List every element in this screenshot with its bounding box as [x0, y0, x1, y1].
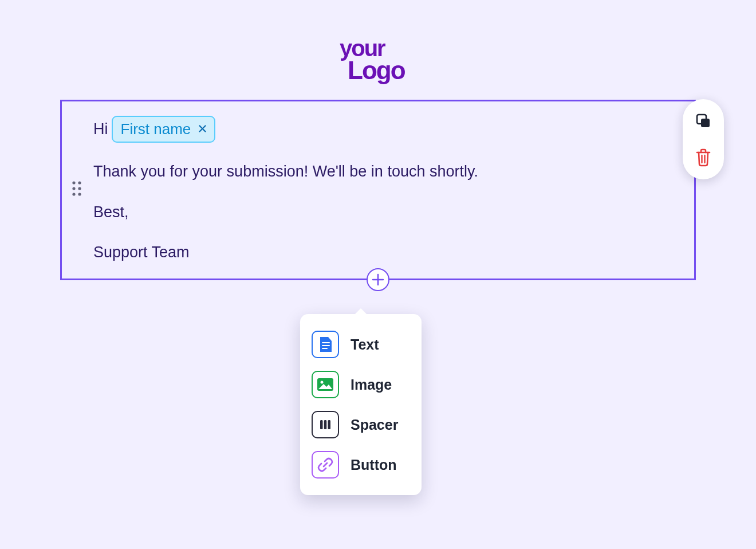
logo-container: your Logo: [0, 0, 756, 100]
menu-item-text[interactable]: Text: [306, 324, 416, 364]
menu-item-spacer[interactable]: Spacer: [306, 405, 416, 445]
copy-icon: [695, 112, 712, 130]
svg-point-3: [78, 182, 81, 185]
svg-point-2: [72, 182, 75, 185]
menu-item-label: Text: [351, 336, 379, 353]
duplicate-button[interactable]: [694, 112, 712, 130]
greeting-line: Hi First name: [93, 116, 663, 143]
greeting-text: Hi: [93, 117, 108, 141]
svg-point-5: [78, 187, 81, 190]
close-icon[interactable]: [199, 121, 206, 137]
svg-rect-23: [328, 420, 331, 429]
svg-point-4: [72, 187, 75, 190]
menu-item-label: Image: [351, 377, 392, 393]
variable-chip-label: First name: [121, 118, 191, 140]
svg-rect-21: [320, 420, 323, 429]
body-line-3: Support Team: [93, 241, 663, 264]
variable-chip[interactable]: First name: [112, 116, 216, 143]
spacer-icon: [312, 411, 339, 438]
svg-rect-13: [701, 119, 710, 127]
image-icon: [312, 371, 339, 398]
svg-rect-22: [324, 420, 327, 429]
menu-item-button[interactable]: Button: [306, 445, 416, 485]
svg-text:Logo: Logo: [348, 56, 405, 84]
trash-icon: [695, 148, 712, 167]
delete-button[interactable]: [694, 148, 712, 167]
svg-point-6: [72, 193, 75, 196]
body-line-2: Best,: [93, 201, 663, 224]
menu-item-label: Button: [351, 457, 397, 473]
add-block-button[interactable]: [367, 268, 389, 291]
block-side-actions: [683, 99, 724, 179]
menu-item-label: Spacer: [351, 417, 398, 433]
email-body-block[interactable]: Hi First name Thank you for your submiss…: [60, 100, 696, 280]
logo: your Logo: [329, 34, 427, 88]
body-text[interactable]: Hi First name Thank you for your submiss…: [93, 116, 663, 264]
drag-handle-icon[interactable]: [71, 180, 82, 199]
body-line-1: Thank you for your submission! We'll be …: [93, 160, 663, 183]
add-block-menu: Text Image Spacer: [300, 314, 422, 495]
menu-item-image[interactable]: Image: [306, 364, 416, 405]
plus-icon: [372, 273, 384, 286]
svg-point-7: [78, 193, 81, 196]
svg-point-20: [321, 381, 324, 384]
text-icon: [312, 331, 339, 358]
link-icon: [312, 451, 339, 479]
